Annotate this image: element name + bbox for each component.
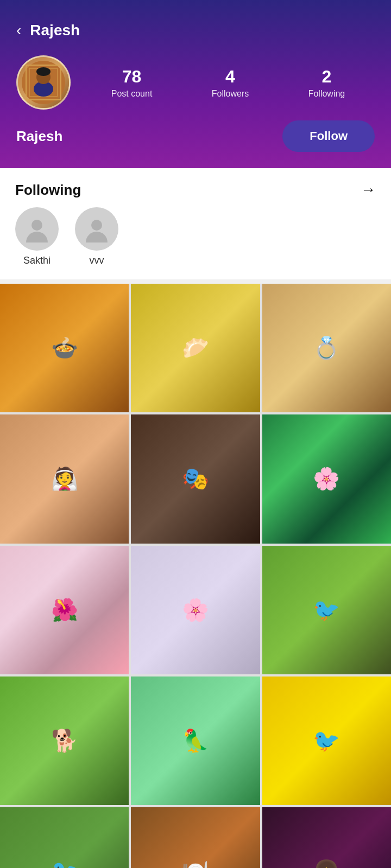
- following-user-0[interactable]: Sakthi: [15, 207, 59, 266]
- profile-name: Rajesh: [16, 128, 62, 145]
- svg-point-8: [86, 232, 108, 242]
- photo-emoji-bird1: 🐦: [262, 546, 391, 674]
- followers-number: 4: [225, 67, 235, 87]
- user-name-0: Sakthi: [23, 255, 51, 266]
- photo-emoji-child: 👧: [262, 807, 391, 868]
- photo-cell-lady1[interactable]: 👰: [0, 414, 129, 543]
- photo-emoji-bird4: 🐦: [0, 807, 129, 868]
- photo-cell-bird3[interactable]: 🐦: [262, 676, 391, 805]
- photo-cell-flower2[interactable]: 🌸: [131, 546, 260, 674]
- photo-cell-bird1[interactable]: 🐦: [262, 546, 391, 674]
- post-count-stat: 78 Post count: [111, 67, 153, 99]
- followers-label: Followers: [212, 89, 249, 99]
- user-avatar-icon-0: [23, 215, 51, 242]
- photo-cell-lotus[interactable]: 🌸: [262, 414, 391, 543]
- photo-emoji-lotus: 🌸: [262, 414, 391, 543]
- photo-emoji-flower1: 🌺: [0, 546, 129, 674]
- photo-emoji-food1: 🍲: [0, 284, 129, 412]
- following-header: Following →: [0, 168, 391, 207]
- user-avatar-icon-1: [83, 215, 110, 242]
- svg-point-6: [26, 232, 48, 242]
- photo-cell-bird4[interactable]: 🐦: [0, 807, 129, 868]
- svg-point-7: [31, 220, 42, 231]
- photo-cell-food3[interactable]: 🍽️: [131, 807, 260, 868]
- avatar-image: [22, 61, 65, 104]
- post-count-label: Post count: [111, 89, 153, 99]
- photo-cell-dog[interactable]: 🐕: [0, 676, 129, 805]
- photo-emoji-bird2: 🦜: [131, 676, 260, 805]
- photo-cell-food1[interactable]: 🍲: [0, 284, 129, 412]
- user-avatar-1: [75, 207, 118, 251]
- svg-point-5: [36, 67, 51, 76]
- following-user-1[interactable]: vvv: [75, 207, 118, 266]
- following-users-list: Sakthi vvv: [0, 207, 391, 279]
- photo-emoji-flower2: 🌸: [131, 546, 260, 674]
- following-section: Following → Sakthi vvv: [0, 168, 391, 279]
- nav-title: Rajesh: [30, 22, 80, 39]
- stats-row: 78 Post count 4 Followers 2 Following: [81, 67, 375, 99]
- follow-button[interactable]: Follow: [282, 120, 375, 152]
- avatar: [16, 55, 71, 110]
- following-stat: 2 Following: [308, 67, 345, 99]
- top-nav: ‹ Rajesh: [0, 0, 391, 50]
- photo-cell-bird2[interactable]: 🦜: [131, 676, 260, 805]
- photo-cell-jewelry[interactable]: 💍: [262, 284, 391, 412]
- photo-emoji-dog: 🐕: [0, 676, 129, 805]
- photo-cell-lady2[interactable]: 🎭: [131, 414, 260, 543]
- following-title: Following: [15, 182, 81, 199]
- photo-cell-child[interactable]: 👧: [262, 807, 391, 868]
- following-number: 2: [322, 67, 332, 87]
- user-name-1: vvv: [90, 255, 104, 266]
- photo-emoji-food2: 🥟: [131, 284, 260, 412]
- back-button[interactable]: ‹: [16, 23, 21, 38]
- photo-cell-food2[interactable]: 🥟: [131, 284, 260, 412]
- following-label: Following: [308, 89, 345, 99]
- photo-grid: 🍲🥟💍👰🎭🌸🌺🌸🐦🐕🦜🐦🐦🍽️👧: [0, 284, 391, 868]
- profile-info-row: 78 Post count 4 Followers 2 Following: [0, 50, 391, 120]
- photo-emoji-bird3: 🐦: [262, 676, 391, 805]
- photo-cell-flower1[interactable]: 🌺: [0, 546, 129, 674]
- profile-name-row: Rajesh Follow: [0, 120, 391, 152]
- photo-emoji-food3: 🍽️: [131, 807, 260, 868]
- following-arrow-icon[interactable]: →: [361, 181, 376, 199]
- profile-header: ‹ Rajesh: [0, 0, 391, 168]
- photo-emoji-lady2: 🎭: [131, 414, 260, 543]
- avatar-container: [16, 55, 71, 110]
- followers-stat: 4 Followers: [212, 67, 249, 99]
- user-avatar-0: [15, 207, 59, 251]
- photo-emoji-jewelry: 💍: [262, 284, 391, 412]
- post-count-number: 78: [122, 67, 142, 87]
- photo-emoji-lady1: 👰: [0, 414, 129, 543]
- svg-point-9: [91, 220, 102, 231]
